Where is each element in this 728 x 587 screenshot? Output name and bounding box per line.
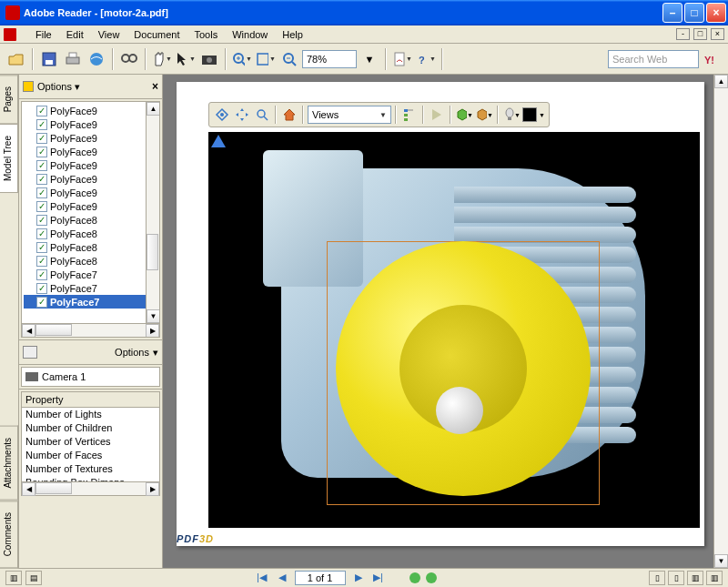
document-page[interactable]: Views▼ ▼ ▼ ▼ ▼ bbox=[177, 82, 704, 546]
close-button[interactable]: × bbox=[706, 3, 726, 23]
camera-list[interactable]: Camera 1 bbox=[21, 367, 160, 387]
print-button[interactable] bbox=[62, 48, 84, 70]
tree-item[interactable]: ✓PolyFace9 bbox=[24, 145, 157, 158]
tree-vscroll[interactable]: ▲▼ bbox=[146, 102, 159, 323]
continuous-facing-view-button[interactable]: ▥ bbox=[706, 571, 723, 585]
continuous-view-button[interactable]: ▯ bbox=[668, 571, 684, 585]
tree-item[interactable]: ✓PolyFace7 bbox=[24, 268, 157, 281]
checkbox-icon[interactable]: ✓ bbox=[36, 256, 47, 267]
menu-file[interactable]: File bbox=[29, 27, 58, 42]
3d-viewport[interactable] bbox=[208, 132, 700, 528]
tree-item[interactable]: ✓PolyFace8 bbox=[24, 227, 157, 240]
tree-item[interactable]: ✓PolyFace9 bbox=[24, 131, 157, 145]
maximize-button[interactable]: □ bbox=[684, 3, 704, 23]
tree-item[interactable]: ✓PolyFace8 bbox=[24, 213, 157, 227]
menu-view[interactable]: View bbox=[92, 27, 126, 42]
options-label[interactable]: Options bbox=[37, 81, 72, 92]
minimize-button[interactable]: – bbox=[662, 3, 682, 23]
zoom-fit-button[interactable]: ▼ bbox=[255, 48, 277, 70]
yahoo-search-button[interactable]: Y! bbox=[701, 48, 723, 70]
3d-bgcolor-button[interactable] bbox=[522, 107, 537, 122]
checkbox-icon[interactable]: ✓ bbox=[36, 228, 47, 239]
last-page-button[interactable]: ▶| bbox=[371, 572, 386, 584]
checkbox-icon[interactable]: ✓ bbox=[36, 187, 47, 198]
checkbox-icon[interactable]: ✓ bbox=[36, 242, 47, 253]
open-button[interactable] bbox=[5, 48, 27, 70]
camera-options-label[interactable]: Options bbox=[115, 347, 149, 358]
checkbox-icon[interactable]: ✓ bbox=[36, 215, 47, 226]
tree-item[interactable]: ✓PolyFace9 bbox=[24, 199, 157, 213]
checkbox-icon[interactable]: ✓ bbox=[36, 106, 47, 116]
save-button[interactable] bbox=[38, 48, 60, 70]
menu-edit[interactable]: Edit bbox=[60, 27, 90, 42]
menu-help[interactable]: Help bbox=[276, 27, 309, 42]
mdi-minimize-button[interactable]: - bbox=[676, 28, 690, 40]
property-row[interactable]: Number of Vertices bbox=[22, 435, 159, 449]
tree-hscroll[interactable]: ◀▶ bbox=[22, 323, 159, 337]
snapshot-button[interactable] bbox=[198, 48, 220, 70]
3d-pan-button[interactable] bbox=[233, 106, 251, 124]
3d-rotate-button[interactable] bbox=[213, 106, 231, 124]
checkbox-icon[interactable]: ✓ bbox=[36, 160, 47, 171]
checkbox-icon[interactable]: ✓ bbox=[36, 174, 47, 185]
checkbox-icon[interactable]: ✓ bbox=[36, 269, 47, 280]
3d-cross-section-button[interactable]: ▼ bbox=[475, 106, 493, 124]
tab-attachments[interactable]: Attachments bbox=[0, 426, 18, 501]
checkbox-icon[interactable]: ✓ bbox=[36, 283, 47, 294]
next-page-button[interactable]: ▶ bbox=[351, 572, 366, 584]
document-vscroll[interactable]: ▲▼ bbox=[713, 75, 728, 568]
property-row[interactable]: Number of Lights bbox=[22, 408, 159, 421]
mdi-restore-button[interactable]: □ bbox=[693, 28, 707, 40]
zoom-in-button[interactable]: ▼ bbox=[231, 48, 253, 70]
3d-zoom-button[interactable] bbox=[253, 106, 271, 124]
menu-document[interactable]: Document bbox=[127, 27, 186, 42]
prop-hscroll[interactable]: ◀▶ bbox=[22, 481, 159, 495]
sb-layout-button[interactable]: ▤ bbox=[25, 571, 42, 585]
menu-window[interactable]: Window bbox=[226, 27, 274, 42]
forward-nav-button[interactable] bbox=[426, 572, 437, 583]
3d-play-button[interactable] bbox=[428, 106, 446, 124]
search-button[interactable] bbox=[118, 48, 140, 70]
tree-item[interactable]: ✓PolyFace8 bbox=[24, 254, 157, 268]
mdi-close-button[interactable]: × bbox=[711, 28, 724, 40]
tab-model-tree[interactable]: Model Tree bbox=[0, 124, 18, 193]
property-row[interactable]: Number of Textures bbox=[22, 462, 159, 476]
facing-view-button[interactable]: ▥ bbox=[687, 571, 703, 585]
prev-page-button[interactable]: ◀ bbox=[275, 572, 289, 584]
page-indicator[interactable]: 1 of 1 bbox=[295, 571, 346, 585]
menu-tools[interactable]: Tools bbox=[188, 27, 225, 42]
zoom-level-input[interactable]: 78% bbox=[302, 50, 357, 68]
property-row[interactable]: Number of Faces bbox=[22, 449, 159, 462]
3d-home-button[interactable] bbox=[280, 106, 298, 124]
tree-item[interactable]: ✓PolyFace7 bbox=[24, 295, 157, 309]
search-web-input[interactable]: Search Web bbox=[608, 50, 699, 68]
tab-comments[interactable]: Comments bbox=[0, 501, 18, 568]
property-row[interactable]: Number of Children bbox=[22, 421, 159, 435]
checkbox-icon[interactable]: ✓ bbox=[36, 147, 47, 157]
zoom-dropdown-button[interactable]: ▼ bbox=[359, 48, 380, 70]
tree-item[interactable]: ✓PolyFace9 bbox=[24, 158, 157, 172]
first-page-button[interactable]: |◀ bbox=[255, 572, 269, 584]
sb-pane-button[interactable]: ▥ bbox=[5, 571, 22, 585]
3d-tree-button[interactable] bbox=[400, 106, 419, 124]
checkbox-icon[interactable]: ✓ bbox=[36, 133, 47, 144]
tree-item[interactable]: ✓PolyFace9 bbox=[24, 186, 157, 199]
tree-item[interactable]: ✓PolyFace9 bbox=[24, 172, 157, 186]
back-nav-button[interactable] bbox=[410, 572, 420, 583]
tree-item[interactable]: ✓PolyFace7 bbox=[24, 281, 157, 295]
3d-lighting-button[interactable]: ▼ bbox=[502, 106, 521, 124]
help-button[interactable]: ?▼ bbox=[415, 48, 437, 70]
tree-item[interactable]: ✓PolyFace8 bbox=[24, 240, 157, 254]
checkbox-icon[interactable]: ✓ bbox=[36, 119, 47, 130]
zoom-out-button[interactable] bbox=[278, 48, 300, 70]
panel-close-button[interactable]: × bbox=[152, 80, 158, 93]
email-button[interactable] bbox=[86, 48, 107, 70]
checkbox-icon[interactable]: ✓ bbox=[36, 297, 47, 308]
select-tool-button[interactable]: ▼ bbox=[175, 48, 197, 70]
tree-item[interactable]: ✓PolyFace9 bbox=[24, 117, 157, 131]
3d-views-dropdown[interactable]: Views▼ bbox=[308, 106, 391, 124]
sign-button[interactable]: ▼ bbox=[391, 48, 413, 70]
tree-item[interactable]: ✓PolyFace9 bbox=[24, 104, 157, 117]
hand-tool-button[interactable]: ▼ bbox=[151, 48, 173, 70]
single-page-view-button[interactable]: ▯ bbox=[649, 571, 665, 585]
